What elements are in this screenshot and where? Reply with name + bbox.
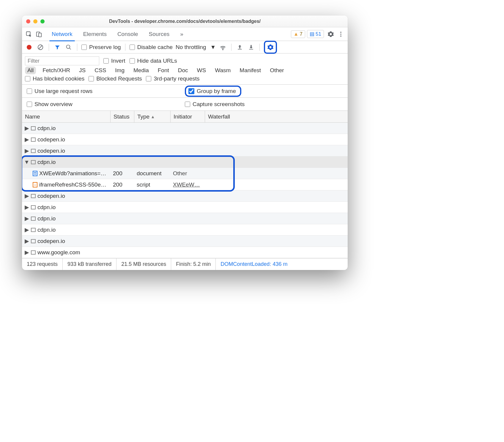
frame-group-row[interactable]: ▶codepen.io xyxy=(22,190,348,202)
group-by-frame-checkbox[interactable]: Group by frame xyxy=(188,88,236,94)
record-button[interactable] xyxy=(27,45,32,50)
group-by-frame-label: Group by frame xyxy=(197,88,236,94)
window-title: DevTools - developer.chrome.com/docs/dev… xyxy=(22,19,348,24)
disclosure-icon[interactable]: ▶ xyxy=(24,136,29,143)
row-name-label: iframeRefreshCSS-550ea… xyxy=(39,181,108,188)
frame-group-row[interactable]: ▶codepen.io xyxy=(22,145,348,157)
frame-group-row[interactable]: ▶cdpn.io xyxy=(22,213,348,224)
throttling-select[interactable]: No throttling ▼ xyxy=(176,44,216,50)
frame-icon xyxy=(31,205,36,209)
disclosure-icon[interactable]: ▶ xyxy=(24,204,29,211)
col-initiator[interactable]: Initiator xyxy=(171,111,205,122)
frame-group-row[interactable]: ▶cdpn.io xyxy=(22,123,348,134)
sort-asc-icon: ▲ xyxy=(151,114,155,119)
disclosure-icon[interactable]: ▶ xyxy=(24,147,29,154)
status-transferred: 933 kB transferred xyxy=(63,258,116,270)
frame-icon xyxy=(31,160,36,164)
invert-checkbox[interactable]: Invert xyxy=(103,58,125,64)
minimize-window-button[interactable] xyxy=(33,19,37,23)
col-waterfall[interactable]: Waterfall xyxy=(205,111,348,122)
frame-group-row[interactable]: ▶cdpn.io xyxy=(22,224,348,236)
preserve-log-checkbox[interactable]: Preserve log xyxy=(81,44,121,50)
disclosure-icon[interactable]: ▶ xyxy=(24,125,29,132)
disclosure-icon[interactable]: ▶ xyxy=(24,226,29,233)
filter-icon[interactable] xyxy=(53,43,62,51)
search-icon[interactable] xyxy=(64,43,73,51)
hide-data-urls-label: Hide data URLs xyxy=(137,58,177,64)
more-menu-icon[interactable] xyxy=(336,29,346,39)
svg-point-4 xyxy=(340,34,341,35)
row-name-label: codepen.io xyxy=(37,193,65,199)
hide-data-urls-checkbox[interactable]: Hide data URLs xyxy=(130,58,177,64)
third-party-label: 3rd-party requests xyxy=(154,75,199,82)
blocked-requests-checkbox[interactable]: Blocked Requests xyxy=(89,75,142,82)
third-party-checkbox[interactable]: 3rd-party requests xyxy=(146,75,199,82)
more-tabs-button[interactable]: » xyxy=(175,27,189,41)
frame-group-row[interactable]: ▶codepen.io xyxy=(22,134,348,145)
show-overview-checkbox[interactable]: Show overview xyxy=(27,101,73,108)
network-conditions-icon[interactable] xyxy=(219,43,227,51)
chip-wasm[interactable]: Wasm xyxy=(212,67,233,74)
messages-badge[interactable]: ▤ 51 xyxy=(307,30,324,38)
chip-js[interactable]: JS xyxy=(77,67,88,74)
disable-cache-checkbox[interactable]: Disable cache xyxy=(130,44,173,50)
chip-img[interactable]: Img xyxy=(113,67,127,74)
chip-manifest[interactable]: Manifest xyxy=(237,67,263,74)
close-window-button[interactable] xyxy=(26,19,30,23)
chip-doc[interactable]: Doc xyxy=(176,67,190,74)
status-finish: Finish: 5.2 min xyxy=(171,258,216,270)
upload-har-icon[interactable] xyxy=(236,43,244,51)
svg-rect-10 xyxy=(249,49,253,49)
tab-network[interactable]: Network xyxy=(46,27,78,41)
clear-icon[interactable] xyxy=(36,43,45,51)
chip-other[interactable]: Other xyxy=(267,67,286,74)
chip-all[interactable]: All xyxy=(25,67,36,74)
chip-ws[interactable]: WS xyxy=(195,67,209,74)
main-tab-row: Network Elements Console Sources » ▲ 7 ▤… xyxy=(22,27,348,41)
col-status[interactable]: Status xyxy=(111,111,134,122)
request-row[interactable]: ‹›iframeRefreshCSS-550ea…200scriptXWEeW… xyxy=(22,179,348,190)
device-toolbar-icon[interactable] xyxy=(34,29,44,39)
tab-sources[interactable]: Sources xyxy=(144,27,175,41)
col-type[interactable]: Type▲ xyxy=(134,111,171,122)
network-settings-icon[interactable] xyxy=(264,41,277,54)
has-blocked-cookies-checkbox[interactable]: Has blocked cookies xyxy=(25,75,84,82)
group-by-frame-highlight: Group by frame xyxy=(185,86,241,97)
frame-group-row[interactable]: ▼cdpn.io xyxy=(22,157,348,168)
disclosure-icon[interactable]: ▶ xyxy=(24,215,29,222)
row-name-label: www.google.com xyxy=(37,249,80,256)
zoom-window-button[interactable] xyxy=(40,19,45,23)
warning-icon: ▲ xyxy=(294,31,299,37)
chip-media[interactable]: Media xyxy=(131,67,151,74)
warnings-badge[interactable]: ▲ 7 xyxy=(291,30,305,38)
preserve-log-label: Preserve log xyxy=(89,44,121,50)
settings-icon[interactable] xyxy=(326,29,336,39)
row-name-label: codepen.io xyxy=(37,148,65,154)
chip-fetch-xhr[interactable]: Fetch/XHR xyxy=(40,67,73,74)
blocked-requests-label: Blocked Requests xyxy=(96,75,142,82)
frame-icon xyxy=(31,194,36,198)
disclosure-icon[interactable]: ▶ xyxy=(24,192,29,199)
disclosure-icon[interactable]: ▶ xyxy=(24,238,29,244)
disclosure-icon[interactable]: ▶ xyxy=(24,249,29,256)
inspect-element-icon[interactable] xyxy=(24,29,34,39)
request-row[interactable]: XWEeWdb?animations=ru…200documentOther xyxy=(22,168,348,179)
capture-screenshots-label: Capture screenshots xyxy=(193,101,245,108)
frame-group-row[interactable]: ▶www.google.com xyxy=(22,247,348,258)
frame-group-row[interactable]: ▶codepen.io xyxy=(22,236,348,247)
use-large-rows-checkbox[interactable]: Use large request rows xyxy=(27,88,92,94)
capture-screenshots-checkbox[interactable]: Capture screenshots xyxy=(185,101,245,108)
frame-group-row[interactable]: ▶cdpn.io xyxy=(22,202,348,213)
disclosure-icon[interactable]: ▼ xyxy=(24,159,29,165)
frame-icon xyxy=(31,250,36,255)
chip-css[interactable]: CSS xyxy=(92,67,108,74)
row-name-label: codepen.io xyxy=(37,238,65,244)
filter-input[interactable] xyxy=(25,56,99,65)
tab-elements[interactable]: Elements xyxy=(78,27,112,41)
row-initiator[interactable]: XWEeW… xyxy=(171,181,205,188)
chip-font[interactable]: Font xyxy=(155,67,171,74)
tab-console[interactable]: Console xyxy=(112,27,144,41)
use-large-rows-label: Use large request rows xyxy=(34,88,92,94)
col-name[interactable]: Name xyxy=(22,111,111,122)
download-har-icon[interactable] xyxy=(247,43,255,51)
